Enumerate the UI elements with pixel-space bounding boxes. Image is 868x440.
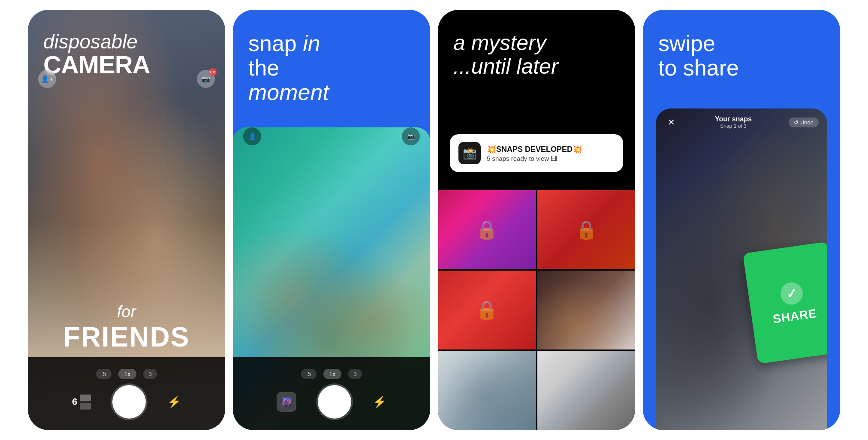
card2-word-in: in: [303, 31, 320, 56]
film-roll-icon: 📷: [202, 75, 210, 83]
card1-headline-line1: disposable: [43, 31, 210, 52]
card4-phone-mockup: ✕ Your snaps Snap 1 of 3 ↺ Undo ✓ SHARE: [656, 108, 827, 430]
zoom-controls: .5 1x 3: [96, 369, 157, 379]
card4-title-area: Your snaps Snap 1 of 3: [715, 115, 752, 129]
share-label: SHARE: [772, 307, 817, 326]
card3-headline-line2: ...until later: [453, 54, 558, 78]
grid-cell-2[interactable]: 🔒: [537, 190, 636, 269]
film-roll-button[interactable]: 📷 10+: [197, 70, 215, 88]
share-card[interactable]: ✓ SHARE: [743, 241, 827, 364]
notif-camera-icon: 📸: [463, 147, 476, 160]
card4-word-to-share: to share: [658, 56, 825, 80]
grid-cell-1[interactable]: 🔒: [438, 190, 536, 269]
card2-shutter-row: 🌆 ⚡: [233, 385, 430, 419]
film-badge: 10+: [209, 68, 217, 76]
card4-word-swipe: swipe: [658, 31, 715, 56]
phone-card-1: disposable CAMERA 👤+ 📷 10+ for FRIENDS .…: [28, 10, 225, 430]
lock-icon-2: 🔒: [575, 219, 597, 240]
friends-label: FRIENDS: [28, 321, 225, 353]
notif-text-area: 💥SNAPS DEVELOPED💥 5 snaps ready to view …: [487, 145, 582, 162]
film-strip-bottom: [80, 403, 91, 410]
card4-close-button[interactable]: ✕: [664, 115, 678, 129]
share-checkmark-icon: ✓: [779, 281, 805, 306]
card2-word-moment: moment: [248, 80, 329, 105]
undo-label: Undo: [800, 119, 814, 126]
card3-headline: a mystery ...until later: [438, 10, 635, 78]
card4-subtitle: Snap 1 of 3: [715, 123, 752, 129]
card3-headline-line1: a mystery: [453, 31, 546, 55]
card1-headline: disposable CAMERA: [28, 10, 225, 78]
film-strip-icon: [80, 395, 91, 410]
card4-inner-ui: ✕ Your snaps Snap 1 of 3 ↺ Undo: [656, 108, 827, 136]
card2-gallery-thumb[interactable]: 🌆: [277, 392, 296, 412]
card2-word-the: the: [248, 56, 415, 80]
card1-camera-controls: .5 1x 3 6 ⚡: [28, 357, 225, 430]
card2-thumb-icon: 🌆: [281, 397, 292, 407]
card2-person-icon: 👤: [249, 133, 256, 140]
phone-card-4: swipe to share ✕ Your snaps Snap 1 of 3 …: [643, 10, 840, 430]
grid-photo1-content: [537, 271, 636, 350]
card2-camera-controls: .5 1x 3 🌆 ⚡: [233, 357, 430, 430]
card2-headline-text: snap in the moment: [248, 31, 415, 105]
card4-undo-button[interactable]: ↺ Undo: [789, 118, 819, 127]
lock-icon-3: 🔒: [476, 299, 498, 320]
grid-photo3-bg: [537, 351, 636, 430]
film-count-number: 6: [72, 396, 77, 407]
grid-cell-6[interactable]: [537, 351, 636, 430]
lock-icon-1: 🔒: [476, 219, 498, 240]
grid-photo1-overlay: [537, 271, 636, 350]
card2-zoom-controls: .5 1x 3: [301, 369, 362, 379]
card2-zoom-05[interactable]: .5: [301, 369, 316, 379]
grid-photo2-overlay: [438, 351, 536, 430]
zoom-1x-button[interactable]: 1x: [118, 369, 137, 379]
card2-top-ui: 👤 📷: [233, 127, 430, 145]
phone-card-3: a mystery ...until later 📸 💥SNAPS DEVELO…: [438, 10, 635, 430]
person-add-icon: 👤+: [41, 75, 53, 83]
card2-shutter-button[interactable]: [318, 385, 351, 419]
undo-icon: ↺: [794, 119, 799, 126]
card2-zoom-1x[interactable]: 1x: [323, 369, 342, 379]
notif-subtitle: 5 snaps ready to view 🎞: [487, 155, 582, 162]
notif-app-icon: 📸: [458, 142, 481, 164]
card4-headline: swipe to share: [643, 10, 840, 80]
card1-top-ui: 👤+ 📷 10+: [28, 70, 225, 88]
grid-cell-3[interactable]: 🔒: [438, 271, 536, 350]
grid-cell-5[interactable]: [438, 351, 536, 430]
film-strip-top: [80, 395, 91, 401]
flash-icon[interactable]: ⚡: [167, 395, 181, 409]
for-label: for: [28, 303, 225, 321]
zoom-05-button[interactable]: .5: [96, 369, 112, 379]
phone-card-2: snap in the moment 👤 📷 .5 1x 3 🌆 ⚡: [233, 10, 430, 430]
add-friend-button[interactable]: 👤+: [38, 70, 56, 88]
card2-zoom-3x[interactable]: 3: [348, 369, 362, 379]
card2-film-icon: 📷: [407, 133, 415, 140]
card4-title: Your snaps: [715, 115, 752, 123]
film-counter: 6: [72, 395, 91, 410]
photo-grid: 🔒 🔒 🔒: [438, 190, 635, 430]
zoom-3x-button[interactable]: 3: [143, 369, 157, 379]
card2-film-button[interactable]: 📷: [402, 127, 420, 145]
card2-word-snap: snap: [248, 31, 303, 56]
card4-headline-text: swipe to share: [658, 31, 825, 80]
card3-headline-text: a mystery ...until later: [453, 31, 620, 78]
card2-flash-icon[interactable]: ⚡: [373, 395, 386, 409]
for-friends-overlay: for FRIENDS: [28, 303, 225, 353]
grid-cell-4[interactable]: [537, 271, 636, 350]
card2-add-friend-button[interactable]: 👤: [243, 127, 261, 145]
notif-title: 💥SNAPS DEVELOPED💥: [487, 145, 582, 154]
notification-card: 📸 💥SNAPS DEVELOPED💥 5 snaps ready to vie…: [450, 134, 623, 172]
shutter-row: 6 ⚡: [28, 385, 225, 419]
checkmark-symbol: ✓: [785, 285, 798, 301]
shutter-button[interactable]: [112, 385, 146, 419]
card2-headline: snap in the moment: [233, 10, 430, 105]
